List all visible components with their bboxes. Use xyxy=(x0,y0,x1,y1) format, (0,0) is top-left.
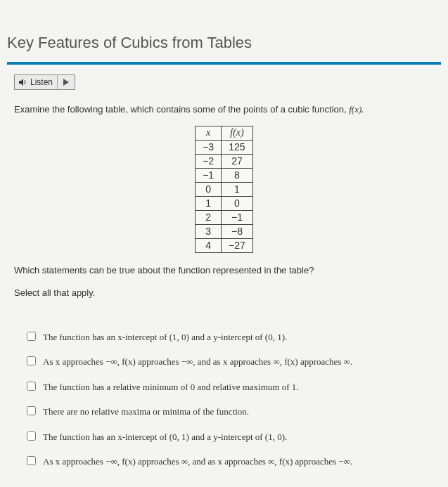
page-title: Key Features of Cubics from Tables xyxy=(0,0,448,62)
option-3-checkbox[interactable] xyxy=(27,382,36,391)
data-table: x f(x) −3125 −227 −18 01 10 2−1 3−8 4−27 xyxy=(195,126,253,253)
options-list: The function has an x-intercept of (1, 0… xyxy=(0,318,448,487)
option-1-label: The function has an x-intercept of (1, 0… xyxy=(43,330,434,344)
col-header-fx: f(x) xyxy=(222,126,253,140)
col-header-x: x xyxy=(196,126,222,140)
table-row: 3−8 xyxy=(196,224,253,238)
option-4-checkbox[interactable] xyxy=(27,406,36,415)
table-row: −3125 xyxy=(196,140,253,154)
svg-marker-0 xyxy=(19,79,23,86)
option-2[interactable]: As x approaches −∞, f(x) approaches −∞, … xyxy=(27,355,434,369)
option-2-checkbox[interactable] xyxy=(27,356,36,365)
option-4-label: There are no relative maxima or minima o… xyxy=(43,405,434,419)
option-1-checkbox[interactable] xyxy=(27,332,36,341)
listen-button[interactable]: Listen xyxy=(15,75,58,89)
table-row: 10 xyxy=(196,196,253,210)
option-3-label: The function has a relative minimum of 0… xyxy=(43,380,434,394)
play-icon xyxy=(63,79,69,86)
svg-marker-1 xyxy=(63,79,69,86)
table-row: −18 xyxy=(196,168,253,182)
option-6[interactable]: As x approaches −∞, f(x) approaches ∞, a… xyxy=(27,455,434,469)
speaker-icon xyxy=(19,79,27,86)
prompt-prefix: Examine the following table, which conta… xyxy=(14,104,349,115)
listen-label: Listen xyxy=(30,77,53,87)
option-1[interactable]: The function has an x-intercept of (1, 0… xyxy=(27,330,434,344)
question-line2: Select all that apply. xyxy=(14,285,434,301)
option-3[interactable]: The function has a relative minimum of 0… xyxy=(27,380,434,394)
question-block: Which statements can be true about the f… xyxy=(0,260,448,318)
table-row: 01 xyxy=(196,182,253,196)
listen-toolbar: Listen xyxy=(14,74,75,90)
table-row: 4−27 xyxy=(196,238,253,252)
play-button[interactable] xyxy=(58,77,75,88)
option-5[interactable]: The function has an x-intercept of (0, 1… xyxy=(27,430,434,444)
table-row: −227 xyxy=(196,154,253,168)
question-line1: Which statements can be true about the f… xyxy=(14,263,434,278)
option-5-label: The function has an x-intercept of (0, 1… xyxy=(43,430,434,444)
option-6-label: As x approaches −∞, f(x) approaches ∞, a… xyxy=(43,455,434,469)
prompt-text: Examine the following table, which conta… xyxy=(0,97,448,122)
option-4[interactable]: There are no relative maxima or minima o… xyxy=(27,405,434,419)
option-5-checkbox[interactable] xyxy=(27,431,36,441)
option-2-label: As x approaches −∞, f(x) approaches −∞, … xyxy=(43,355,434,369)
prompt-function: f(x). xyxy=(349,104,364,115)
divider xyxy=(7,62,441,65)
table-row: 2−1 xyxy=(196,210,253,224)
option-6-checkbox[interactable] xyxy=(27,456,36,465)
